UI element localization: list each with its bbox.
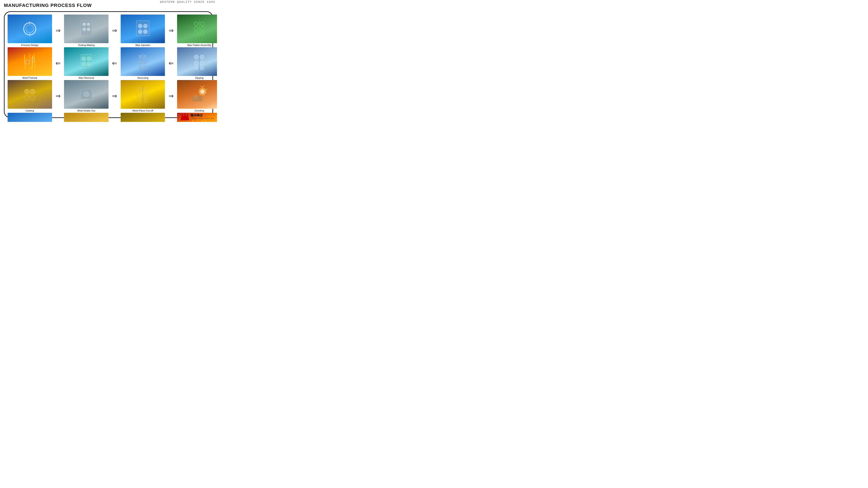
svg-point-59 bbox=[138, 100, 141, 103]
svg-point-18 bbox=[200, 27, 205, 31]
cell-grinding: Grinding bbox=[177, 80, 217, 112]
svg-point-13 bbox=[143, 30, 148, 34]
svg-line-88 bbox=[202, 120, 203, 122]
svg-rect-34 bbox=[144, 55, 147, 59]
cell-pack-transport: Pack&Transport bbox=[8, 113, 52, 122]
img-stuccoing bbox=[121, 47, 165, 76]
arrow-1-3 bbox=[165, 27, 177, 34]
svg-point-30 bbox=[82, 62, 86, 66]
svg-point-28 bbox=[82, 57, 86, 61]
process-row-1: Process Design Tooling Maki bbox=[8, 14, 209, 46]
svg-point-57 bbox=[137, 94, 142, 99]
arrow-3-1 bbox=[52, 92, 64, 100]
arrow-3-2 bbox=[108, 92, 121, 100]
logo-icon bbox=[181, 112, 189, 120]
arrow-2-1 bbox=[52, 60, 64, 67]
cell-mold-shake: Mold Shake Out bbox=[64, 80, 108, 112]
img-machining bbox=[121, 113, 165, 122]
svg-point-5 bbox=[83, 23, 86, 26]
svg-line-63 bbox=[200, 86, 203, 87]
cell-mold-preheat: Mold Preheat bbox=[8, 47, 52, 79]
cell-wax-injection: Wax Injection bbox=[121, 14, 165, 46]
arrow-1-1 bbox=[52, 27, 64, 34]
svg-point-58 bbox=[144, 94, 148, 99]
label-tooling-making: Tooling Making bbox=[78, 44, 95, 46]
process-row-4: Pack&Transport Final inspec bbox=[8, 113, 209, 122]
process-row-2: Mold Preheat Wax Removal bbox=[8, 47, 209, 79]
company-logo: 隆兴铸业 LONG XING CASTING bbox=[181, 112, 214, 120]
arrow-3-3 bbox=[165, 92, 177, 100]
process-row-3: Casting Mold Shake Out bbox=[8, 80, 209, 112]
svg-point-12 bbox=[138, 30, 142, 34]
svg-point-0 bbox=[24, 23, 36, 35]
svg-point-1 bbox=[26, 25, 34, 33]
img-dipping bbox=[177, 47, 217, 76]
label-wax-injection: Wax Injection bbox=[135, 44, 150, 46]
svg-point-29 bbox=[87, 57, 91, 61]
svg-point-16 bbox=[200, 22, 205, 26]
svg-point-44 bbox=[195, 66, 198, 70]
flow-container: Process Design Tooling Maki bbox=[4, 11, 213, 118]
svg-point-56 bbox=[144, 88, 148, 92]
label-mold-preheat: Mold Preheat bbox=[22, 76, 37, 79]
svg-point-17 bbox=[194, 27, 198, 31]
arrow-1-2 bbox=[108, 27, 121, 34]
cell-dipping: Dipping bbox=[177, 47, 217, 79]
svg-point-77 bbox=[81, 122, 92, 122]
img-mold-shake bbox=[64, 80, 108, 109]
svg-point-55 bbox=[137, 88, 142, 92]
svg-point-20 bbox=[200, 31, 205, 35]
svg-point-45 bbox=[200, 66, 204, 70]
svg-line-86 bbox=[193, 120, 194, 122]
brand-header: WESTERN QUALITY SINCE 1992 bbox=[160, 0, 215, 4]
svg-point-48 bbox=[25, 96, 29, 100]
svg-point-11 bbox=[143, 24, 148, 28]
svg-line-64 bbox=[203, 86, 205, 87]
arrow-2-3 bbox=[165, 60, 177, 67]
img-cutoff bbox=[121, 80, 165, 109]
img-grinding bbox=[177, 80, 217, 109]
page-title: MANUFACTURING PROCESS FLOW bbox=[4, 3, 92, 8]
svg-point-60 bbox=[144, 100, 147, 103]
svg-rect-66 bbox=[193, 96, 203, 101]
cell-casting: Casting bbox=[8, 80, 52, 112]
label-dipping: Dipping bbox=[195, 76, 204, 79]
img-casting bbox=[8, 80, 52, 109]
label-wax-removal: Wax Removal bbox=[79, 76, 94, 79]
svg-point-43 bbox=[200, 61, 204, 65]
label-mold-shake: Mold Shake Out bbox=[77, 109, 95, 112]
svg-point-41 bbox=[200, 55, 204, 59]
svg-rect-36 bbox=[144, 61, 147, 64]
svg-rect-33 bbox=[139, 55, 142, 59]
svg-line-23 bbox=[32, 56, 33, 70]
svg-point-19 bbox=[194, 31, 198, 35]
cell-cutoff: Work Piece Cut-off bbox=[121, 80, 165, 112]
cell-process-design: Process Design bbox=[8, 14, 52, 46]
svg-point-31 bbox=[87, 62, 91, 66]
svg-line-24 bbox=[34, 54, 35, 70]
svg-marker-94 bbox=[181, 112, 189, 120]
svg-rect-4 bbox=[81, 21, 92, 36]
svg-point-8 bbox=[87, 28, 90, 31]
label-wax-pattern: Wax Patten Assembly bbox=[187, 44, 211, 46]
svg-rect-38 bbox=[144, 66, 147, 70]
svg-rect-37 bbox=[139, 66, 142, 70]
svg-point-47 bbox=[30, 89, 35, 94]
cell-stuccoing: Stuccoing bbox=[121, 47, 165, 79]
logo-text: 隆兴铸业 LONG XING CASTING bbox=[190, 113, 214, 120]
svg-point-7 bbox=[83, 28, 86, 31]
svg-point-62 bbox=[200, 89, 205, 94]
svg-rect-35 bbox=[139, 61, 142, 64]
cell-wax-removal: Wax Removal bbox=[64, 47, 108, 79]
svg-point-46 bbox=[25, 89, 29, 94]
img-wax-removal bbox=[64, 47, 108, 76]
svg-point-42 bbox=[194, 61, 198, 65]
svg-point-40 bbox=[194, 55, 198, 59]
svg-point-49 bbox=[30, 96, 35, 100]
label-process-design: Process Design bbox=[21, 44, 39, 46]
img-wax-pattern bbox=[177, 14, 217, 43]
cell-final-inspection: Final inspection bbox=[64, 113, 108, 122]
cell-tooling-making: Tooling Making bbox=[64, 14, 108, 46]
img-mold-preheat bbox=[8, 47, 52, 76]
label-casting: Casting bbox=[26, 109, 34, 112]
